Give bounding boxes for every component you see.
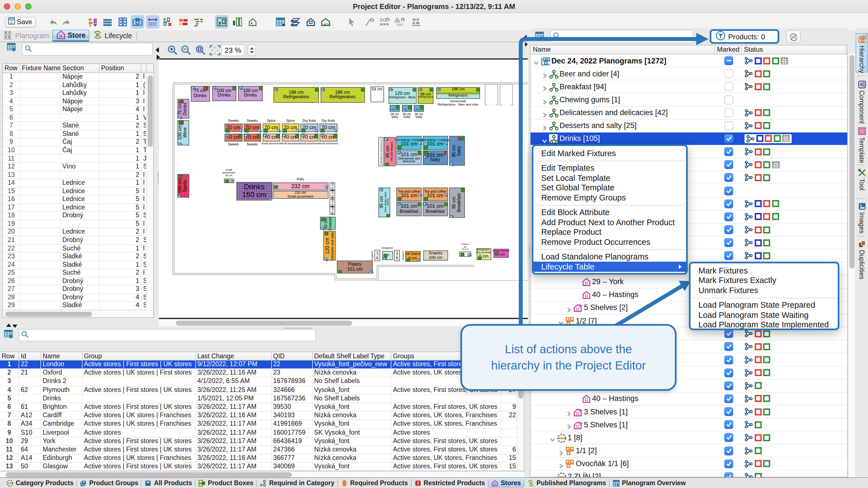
tree-expand-chevron[interactable]: [541, 97, 547, 102]
zoom-fit-button[interactable]: [209, 44, 221, 56]
tree-row[interactable]: 3 Shelves [1]: [531, 405, 847, 418]
tree-row[interactable]: Desserts and salty [25]: [531, 120, 847, 132]
side-tab-hierarchy[interactable]: Hierarchy: [856, 33, 868, 72]
marked-checkbox-on[interactable]: [724, 355, 733, 364]
fixture[interactable]: 70 cmSpice: [262, 124, 280, 132]
table-row[interactable]: 17Lednice5l: [3, 204, 153, 212]
marked-checkbox-on[interactable]: [724, 368, 733, 377]
fixture[interactable]: Tea and coffee101 cm: [396, 187, 422, 201]
fixture[interactable]: 70 cmSmall assortment: [319, 133, 337, 141]
fixture[interactable]: 120 cmRefrigerator - Meat: [388, 87, 416, 104]
fixture[interactable]: 70 cmSmall assortment: [300, 133, 318, 141]
fixture[interactable]: 70 cmDry fruits: [319, 124, 337, 132]
column-header-marked[interactable]: Marked: [715, 45, 742, 54]
fixture[interactable]: 186 cmRefrigerators: [273, 87, 319, 103]
bottom-splitter-handle[interactable]: [283, 327, 312, 329]
tab-store[interactable]: Store: [53, 30, 90, 41]
block-list-button[interactable]: [192, 15, 205, 29]
tree-row[interactable]: Delicatessen and delicacies [42]: [531, 106, 847, 119]
fixture[interactable]: 38 cmSalty: [414, 105, 424, 112]
tree-expand-chevron[interactable]: [541, 84, 547, 90]
table-row[interactable]: 661BrightonActive stores | First stores …: [0, 403, 524, 411]
xo-export-button[interactable]: XO: [378, 15, 392, 29]
zoom-stepper[interactable]: [248, 44, 256, 56]
fixture[interactable]: 95 cmSalty: [449, 136, 465, 166]
menu-item-edit-marked-fixtures[interactable]: Edit Marked Fixtures: [533, 148, 686, 158]
scrollbar-thumb[interactable]: [176, 321, 352, 326]
fixture[interactable]: 50 cmFreezer: [320, 217, 336, 230]
menu-item-unmark-fixtures[interactable]: Unmark Fixtures: [690, 285, 838, 295]
save-button[interactable]: Save: [5, 17, 36, 27]
zoom-level-input[interactable]: 23 %: [221, 44, 245, 56]
tree-expand-chevron[interactable]: [541, 123, 547, 129]
marked-checkbox-off[interactable]: [724, 108, 733, 117]
fixture[interactable]: 45 cm: [329, 207, 335, 215]
table-row[interactable]: 29Sladké4S: [3, 302, 153, 310]
table-row[interactable]: 12Víno1S: [3, 163, 153, 171]
table-row[interactable]: 23Sladké2S: [3, 253, 153, 261]
table-row[interactable]: 2Lahůdky1(: [3, 81, 153, 89]
table-row[interactable]: 27Drobný3S: [3, 285, 153, 294]
table-row[interactable]: 195l: [3, 220, 153, 228]
table-row[interactable]: 4Nápoje3l: [3, 97, 153, 105]
fixture[interactable]: 70 cmDry fruits: [300, 124, 318, 132]
marked-checkbox-on[interactable]: [724, 459, 733, 468]
marked-checkbox-off[interactable]: [724, 82, 733, 91]
menu-item-lifecycle-table[interactable]: Lifecycle Table: [533, 262, 686, 272]
tree-row[interactable]: Chewing gums [1]: [531, 93, 847, 106]
tree-row[interactable]: Beer and cider [4]: [531, 67, 847, 80]
marked-checkbox-on[interactable]: [724, 212, 733, 221]
table-row[interactable]: 7A12CardiffActive stores | UK stores | F…: [0, 411, 524, 420]
fixture[interactable]: 45 cm: [329, 190, 335, 198]
fixture[interactable]: 100 cmWine: [177, 120, 189, 145]
fixture[interactable]: Delicatessen and delicacies: [378, 137, 383, 166]
table-row[interactable]: 24Sladké1S: [3, 261, 153, 269]
table-row[interactable]: 3Drinks 24/1/2022, 6:55 AM167678936No Sh…: [0, 378, 524, 386]
fixtures-table-horizontal-scrollbar[interactable]: [3, 310, 153, 317]
menu-item-set-local-template[interactable]: Set Local Template: [533, 173, 686, 183]
fixture[interactable]: PostersA030 cm: [459, 251, 471, 256]
table-row[interactable]: 18Drobný5S: [3, 212, 153, 220]
products-filter-button[interactable]: Products: 0: [710, 29, 779, 44]
left-splitter-handle[interactable]: [157, 172, 159, 184]
scrollbar-thumb[interactable]: [849, 55, 855, 268]
side-tab-component[interactable]: Component: [856, 79, 868, 120]
fixture[interactable]: 101 cmSalty: [423, 150, 448, 165]
statusbar-tab-product-groups[interactable]: Product Groups: [77, 478, 141, 488]
side-tab-template[interactable]: Template: [856, 125, 868, 162]
marked-checkbox-on[interactable]: [724, 433, 733, 442]
table-row[interactable]: 5Nápoje4l: [3, 105, 153, 114]
side-tab-images[interactable]: Images: [856, 201, 868, 233]
tree-expand-chevron[interactable]: [566, 422, 571, 428]
table-row[interactable]: 9S10LiverpoolActive stores3/26/2022, 11:…: [0, 429, 524, 437]
fixture-frame-button[interactable]: [215, 15, 229, 29]
fixture[interactable]: 40 cmDrugstore: [374, 250, 380, 261]
marked-checkbox-on[interactable]: [724, 342, 733, 351]
marked-checkbox-on[interactable]: [724, 407, 733, 416]
tree-expand-chevron[interactable]: [566, 409, 571, 415]
fixture[interactable]: 101 cmBreakfast: [423, 202, 448, 216]
store-layout-canvas[interactable]: 75 cmDrinks100 cmDrinks100 cmDrinks186 c…: [159, 58, 528, 319]
table-row[interactable]: 14Lednice1l: [3, 179, 153, 187]
column-header-id[interactable]: Id: [19, 352, 41, 360]
fixture[interactable]: 232 cmKids: [273, 183, 328, 190]
menu-item-edit-templates[interactable]: Edit Templates: [533, 163, 686, 173]
table-row[interactable]: 221OxfordActive stores | UK stores | Fir…: [0, 369, 524, 377]
marked-checkbox-off[interactable]: [724, 69, 733, 78]
expand-left-panel-button[interactable]: [157, 55, 160, 60]
table-row[interactable]: 12A14EdinburghActive stores | UK stores …: [0, 454, 524, 463]
fixture[interactable]: 53 cm: [370, 87, 384, 102]
tree-expand-chevron[interactable]: [558, 448, 563, 454]
house-products-button[interactable]: [246, 15, 259, 29]
marked-checkbox-on[interactable]: [724, 446, 733, 455]
undo-button[interactable]: [46, 15, 60, 29]
menu-item-load-planogram-state-prepared[interactable]: Load Planogram State Prepared: [690, 300, 838, 310]
column-header-status[interactable]: Status: [742, 45, 846, 54]
house-beta-button[interactable]: BETA: [319, 15, 333, 29]
zoom-out-button[interactable]: [180, 44, 192, 56]
marked-checkbox-on[interactable]: [724, 381, 733, 390]
stacked-shelves-button[interactable]: [289, 15, 302, 29]
table-row[interactable]: 25Suché2l: [3, 269, 153, 277]
stores-table-horizontal-scrollbar[interactable]: [0, 471, 524, 477]
add-remove-fixture-button[interactable]: [161, 15, 175, 29]
